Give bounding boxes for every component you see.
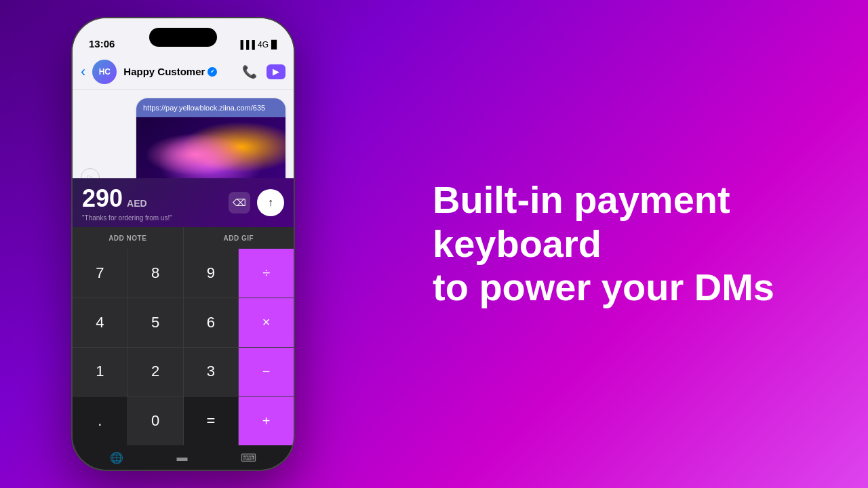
left-section: 13:06 ▐▐▐ 4G ▉ ‹ HC Happy Customer ✓ 📞 [0, 0, 366, 488]
amount-display: 290 AED "Thanks for ordering from us!" ⌫… [73, 178, 294, 227]
video-icon: ▶ [273, 66, 279, 77]
battery-icon: ▉ [271, 40, 277, 49]
verified-badge-icon: ✓ [208, 67, 217, 77]
key-7[interactable]: 7 [73, 249, 127, 298]
tagline: Built-in payment keyboard to power your … [433, 178, 774, 309]
contact-name: Happy Customer ✓ [123, 66, 235, 77]
key-2[interactable]: 2 [128, 348, 183, 396]
payment-message-bubble[interactable]: https://pay.yellowblock.ziina.com/635 Yo… [136, 98, 285, 178]
key-3[interactable]: 3 [184, 348, 239, 396]
amount-note: "Thanks for ordering from us!" [82, 214, 172, 222]
key-8[interactable]: 8 [128, 249, 183, 298]
key-6[interactable]: 6 [184, 298, 239, 347]
payment-url: https://pay.yellowblock.ziina.com/635 [136, 98, 285, 117]
key-dot[interactable]: . [73, 396, 127, 445]
phone-content: 13:06 ▐▐▐ 4G ▉ ‹ HC Happy Customer ✓ 📞 [73, 18, 294, 470]
status-icons: ▐▐▐ 4G ▉ [237, 40, 277, 49]
payment-product-image [136, 117, 285, 178]
tagline-line2: keyboard [433, 222, 774, 266]
contact-avatar: HC [92, 60, 117, 84]
clear-button[interactable]: ⌫ [229, 192, 250, 214]
key-4[interactable]: 4 [73, 298, 127, 347]
tagline-line1: Built-in payment [433, 178, 774, 222]
phone-call-icon[interactable]: 📞 [242, 64, 257, 79]
add-note-button[interactable]: ADD NOTE [73, 227, 184, 249]
dynamic-island [149, 28, 217, 47]
amount-currency: AED [127, 198, 147, 209]
chat-area: ▷ https://pay.yellowblock.ziina.com/635 … [73, 90, 294, 178]
key-plus[interactable]: + [239, 396, 294, 445]
crystal-art [136, 117, 285, 178]
contact-name-text: Happy Customer [123, 66, 205, 77]
amount-value: 290 [82, 184, 123, 213]
back-button[interactable]: ‹ [81, 63, 85, 81]
key-9[interactable]: 9 [184, 249, 239, 298]
keyboard-icon[interactable]: ⌨ [241, 451, 256, 464]
phone-frame: 13:06 ▐▐▐ 4G ▉ ‹ HC Happy Customer ✓ 📞 [71, 17, 295, 471]
tagline-line3: to power your DMs [433, 266, 774, 309]
numpad: 7 8 9 ÷ 4 5 6 × 1 2 3 − . 0 [73, 249, 294, 445]
key-0[interactable]: 0 [128, 396, 183, 445]
video-call-button[interactable]: ▶ [267, 64, 285, 79]
status-time: 13:06 [89, 38, 115, 49]
send-payment-button[interactable]: ↑ [257, 189, 284, 216]
signal-bars-icon: ▐▐▐ [237, 40, 255, 49]
action-row: ADD NOTE ADD GIF [73, 227, 294, 249]
network-type: 4G [258, 40, 269, 49]
payment-keyboard: 290 AED "Thanks for ordering from us!" ⌫… [73, 178, 294, 470]
send-arrow-icon: ▷ [81, 168, 100, 178]
key-multiply[interactable]: × [239, 298, 294, 347]
bottom-system-bar: 🌐 ▬ ⌨ [73, 445, 294, 470]
forward-icon-area: ▷ [81, 168, 100, 178]
home-indicator: ▬ [176, 451, 187, 464]
right-section: Built-in payment keyboard to power your … [366, 151, 868, 336]
key-equals[interactable]: = [184, 396, 239, 445]
add-gif-button[interactable]: ADD GIF [184, 227, 294, 249]
key-divide[interactable]: ÷ [239, 249, 294, 298]
key-1[interactable]: 1 [73, 348, 127, 396]
key-minus[interactable]: − [239, 348, 294, 396]
key-5[interactable]: 5 [128, 298, 183, 347]
globe-icon[interactable]: 🌐 [110, 451, 123, 464]
chat-header: ‹ HC Happy Customer ✓ 📞 ▶ [73, 54, 294, 90]
header-actions: 📞 ▶ [242, 64, 285, 79]
